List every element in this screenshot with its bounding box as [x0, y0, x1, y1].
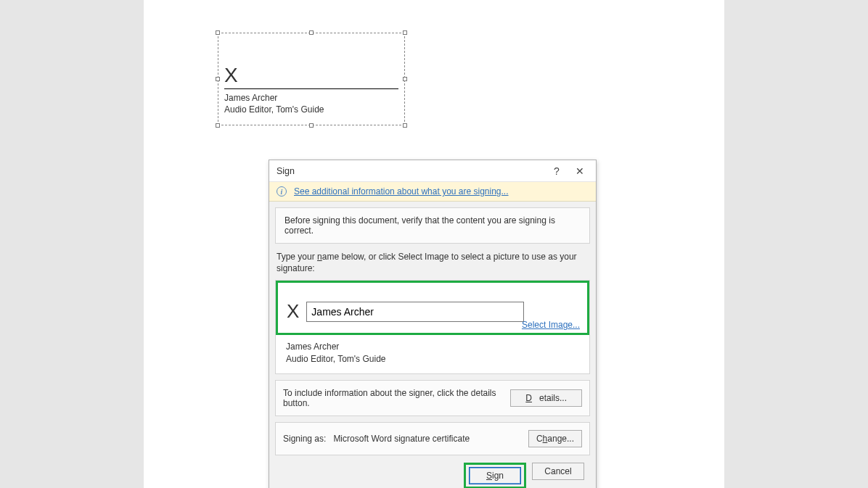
details-text: To include information about the signer,… [283, 388, 510, 408]
dialog-help-button[interactable]: ? [545, 161, 568, 181]
entry-signer-name: James Archer [286, 341, 579, 352]
verify-text: Before signing this document, verify tha… [275, 207, 590, 244]
signature-signer-name: James Archer [224, 92, 398, 104]
resize-handle-ne[interactable] [403, 30, 407, 35]
resize-handle-n[interactable] [309, 30, 314, 35]
dialog-close-button[interactable]: ✕ [568, 161, 591, 181]
select-image-link[interactable]: Select Image... [522, 320, 580, 330]
sign-button[interactable]: Sign [469, 467, 521, 484]
dialog-info-bar: i See additional information about what … [269, 182, 596, 202]
resize-handle-sw[interactable] [216, 123, 220, 128]
signature-line-object[interactable]: X James Archer Audio Editor, Tom's Guide [218, 33, 405, 125]
dialog-title: Sign [277, 166, 545, 176]
signing-as-row: Signing as: Microsoft Word signature cer… [275, 422, 590, 455]
resize-handle-e[interactable] [403, 77, 407, 81]
signature-entry-area: X Select Image... James Archer Audio Edi… [275, 280, 590, 373]
entry-signer-title: Audio Editor, Tom's Guide [286, 353, 579, 365]
additional-info-link[interactable]: See additional information about what yo… [294, 186, 509, 197]
signature-name-input[interactable] [306, 302, 524, 322]
resize-handle-s[interactable] [309, 123, 314, 128]
signing-as-label: Signing as: [283, 434, 326, 444]
details-button[interactable]: Details... [510, 389, 582, 407]
dialog-titlebar[interactable]: Sign ? ✕ [269, 160, 596, 182]
resize-handle-se[interactable] [403, 123, 407, 128]
signing-as-value: Microsoft Word signature certificate [333, 434, 521, 444]
type-name-instruction: Type your name below, or click Select Im… [277, 251, 589, 274]
sign-dialog: Sign ? ✕ i See additional information ab… [269, 160, 597, 488]
signature-entry-x-mark: X [287, 300, 299, 323]
sign-button-highlight: Sign [464, 463, 526, 488]
info-icon: i [277, 186, 287, 197]
resize-handle-w[interactable] [216, 77, 220, 81]
signature-rule-line [224, 88, 398, 89]
signature-x-mark: X [224, 64, 398, 87]
details-row: To include information about the signer,… [275, 380, 590, 416]
resize-handle-nw[interactable] [216, 30, 220, 35]
cancel-button[interactable]: Cancel [532, 463, 584, 480]
signature-signer-title: Audio Editor, Tom's Guide [224, 104, 398, 115]
change-button[interactable]: Change... [528, 430, 582, 447]
